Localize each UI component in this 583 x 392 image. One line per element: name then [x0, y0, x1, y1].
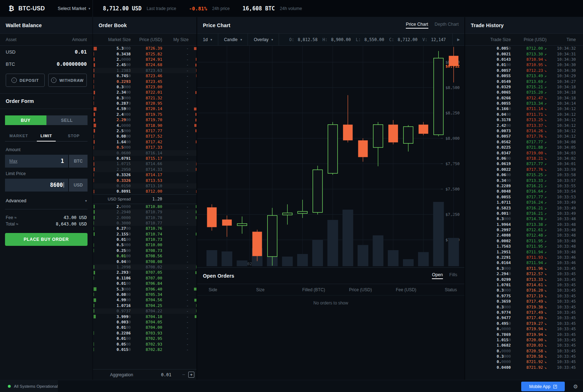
trade-time: 10:33:58	[547, 173, 583, 177]
order-book-bid-row[interactable]: 0.25008708.73-	[93, 248, 196, 253]
amount-column-header: Amount	[72, 37, 87, 42]
trade-price: 8713.30↗	[511, 52, 547, 56]
max-link[interactable]: Max	[9, 159, 18, 164]
order-book-bid-row[interactable]: 0.97378704.22-	[93, 308, 196, 314]
order-book-ask-row[interactable]: 2.00008724.91-	[93, 57, 196, 62]
order-book-bid-row[interactable]: 0.01008706.84-	[93, 281, 196, 286]
open-orders-section: Open Orders Open Fills Side Size Filled …	[197, 267, 464, 306]
order-book-ask-row[interactable]: 2.29508714.33-	[93, 167, 196, 172]
order-book-size: 0.0791	[98, 156, 131, 161]
order-book-ask-row[interactable]: 0.34388725.82-	[93, 51, 196, 56]
depth-bar	[94, 210, 95, 214]
order-book-bid-row[interactable]: 2.00008710.80-	[93, 204, 196, 209]
order-book-ask-row[interactable]: 0.50008717.33-	[93, 145, 196, 150]
order-book-my-size: -	[162, 140, 196, 144]
order-book-ask-row[interactable]: 2.29008719.70-	[93, 117, 196, 123]
order-book-bid-row[interactable]: 0.22868703.93-	[93, 331, 196, 336]
order-book-bid-row[interactable]: 1.20988708.02-	[93, 264, 196, 270]
order-book-ask-row[interactable]: 0.01508713.10-	[93, 183, 196, 189]
order-book-ask-row[interactable]: 2.34008722.01-	[93, 90, 196, 95]
order-book-ask-row[interactable]: 0.08008717.52-	[93, 134, 196, 139]
order-book-bid-row[interactable]: 2.29408710.79-	[93, 209, 196, 215]
order-book-ask-row[interactable]: 4.59008720.14-	[93, 106, 196, 111]
order-book-bid-row[interactable]: 0.04008708.08-	[93, 259, 196, 264]
trade-size: 0.9477	[465, 316, 511, 320]
order-book-ask-row[interactable]: 1.07158714.66-	[93, 161, 196, 167]
order-book-bid-row[interactable]: 0.01008704.00-	[93, 325, 196, 330]
candlestick-chart[interactable]: $8,750$8,500$8,250$8,000$7,750$7,500$7,2…	[197, 46, 464, 267]
withdraw-button[interactable]: ↑ WITHDRAW	[48, 74, 87, 87]
order-book-price: 8715.17	[131, 156, 162, 161]
wallet-amount: 0.00000000	[57, 61, 87, 67]
order-book-ask-row[interactable]: 0.33268713.53-	[93, 178, 196, 183]
order-book-ask-row[interactable]: 0.30008723.00-	[93, 84, 196, 90]
order-book-bid-row[interactable]: 0.30008710.77-	[93, 220, 196, 226]
order-book-ask-row[interactable]: 1.64008717.42-	[93, 139, 196, 145]
order-book-ask-row[interactable]: 4.00008718.90-	[93, 123, 196, 128]
order-book-ask-row[interactable]: 0.28708720.95-	[93, 101, 196, 106]
order-book-ask-row[interactable]: 2.40008719.75-	[93, 112, 196, 117]
gear-icon[interactable]: ⚙	[573, 383, 578, 390]
order-book-bid-row[interactable]: 2.15508710.74-	[93, 232, 196, 237]
order-book-ask-row[interactable]: 0.74508723.46-	[93, 73, 196, 79]
order-book-ask-row[interactable]: 0.06008716.14-	[93, 150, 196, 155]
order-book-bid-row[interactable]: 5.30008706.40-	[93, 286, 196, 292]
top-bar: ₿ BTC-USD Select Market ▾ 8,712.00 USD L…	[0, 0, 583, 17]
order-book-bid-row[interactable]: 0.27008710.76-	[93, 226, 196, 231]
order-book-ask-row[interactable]: 0.30008721.32-	[93, 95, 196, 101]
order-book-size: 0.1106	[98, 276, 131, 281]
order-book-bid-row[interactable]: 1.07168704.25-	[93, 303, 196, 308]
order-book-ask-row[interactable]: 5.30008726.39-	[93, 46, 196, 51]
chart-type-dropdown[interactable]: Candle ▾	[218, 34, 248, 45]
tab-open[interactable]: Open	[432, 272, 443, 279]
tab-stop[interactable]: STOP	[60, 131, 88, 141]
trade-time: 10:34:01	[547, 162, 583, 166]
order-book-my-size: -	[162, 167, 196, 172]
order-book-ask-row[interactable]: 0.07918715.17-	[93, 156, 196, 161]
amount-input[interactable]: Max 1	[5, 155, 68, 168]
order-book-ask-row[interactable]: 0.80918712.00-	[93, 189, 196, 194]
order-book-ask-row[interactable]: 2.50008717.77-	[93, 128, 196, 134]
order-book-bid-row[interactable]: 0.01008710.73-	[93, 237, 196, 242]
limit-price-input[interactable]: 8600	[5, 179, 68, 192]
order-book-bid-row[interactable]: 2.29308707.05-	[93, 270, 196, 275]
order-book-bid-row[interactable]: 0.01008708.56-	[93, 253, 196, 259]
order-book-bid-row[interactable]: 0.01008702.95-	[93, 336, 196, 341]
order-book-bid-row[interactable]: 2.00008710.78-	[93, 215, 196, 220]
advanced-toggle[interactable]: Advanced ▾	[5, 193, 88, 209]
order-book-bid-row[interactable]: 3.99908704.18-	[93, 314, 196, 319]
order-book-bid-row[interactable]: 0.08008705.34-	[93, 292, 196, 297]
order-book-bid-row[interactable]: 0.11068707.00-	[93, 276, 196, 281]
order-book-ask-row[interactable]: 0.22938723.45-	[93, 79, 196, 84]
tab-price-chart[interactable]: Price Chart	[406, 22, 428, 29]
interval-dropdown[interactable]: 1d ▾	[197, 34, 218, 45]
tab-depth-chart[interactable]: Depth Chart	[435, 22, 459, 29]
order-book-bid-row[interactable]: 0.00308704.05-	[93, 319, 196, 325]
chart-area: $8,750$8,500$8,250$8,000$7,750$7,500$7,2…	[197, 46, 464, 267]
sell-tab[interactable]: SELL	[46, 115, 88, 125]
deposit-button[interactable]: ↓ DEPOSIT	[6, 74, 45, 87]
order-book-ask-row[interactable]: 2.45008724.68-	[93, 62, 196, 68]
order-book-ask-row[interactable]: 1.23838723.63-	[93, 68, 196, 73]
select-market-dropdown[interactable]: Select Market ▾	[58, 6, 90, 11]
tab-market[interactable]: MARKET	[5, 131, 33, 141]
order-book-bid-row[interactable]: 0.01508702.82-	[93, 347, 196, 352]
order-book-size: 0.0500	[98, 342, 131, 347]
mobile-app-button[interactable]: Mobile App ↗	[521, 382, 565, 391]
order-book-bid-row[interactable]: 0.50008710.00-	[93, 242, 196, 248]
order-book-my-size: -	[162, 303, 196, 308]
overlay-dropdown[interactable]: Overlay ▾	[248, 34, 279, 45]
order-book-bid-row[interactable]: 0.05008702.93-	[93, 341, 196, 347]
play-button[interactable]: ▶	[452, 34, 464, 45]
order-book-my-size: -	[162, 331, 196, 336]
tab-fills[interactable]: Fills	[449, 272, 457, 279]
order-book-bid-row[interactable]: 4.99008704.56-	[93, 297, 196, 303]
aggregation-decrease-button[interactable]: –	[181, 372, 186, 378]
depth-bar	[94, 47, 97, 50]
order-book-ask-row[interactable]: 0.33268714.17-	[93, 172, 196, 178]
trade-history-row: 0.36598717.49↘10:33:45	[465, 299, 583, 304]
place-buy-order-button[interactable]: PLACE BUY ORDER	[5, 233, 88, 246]
buy-tab[interactable]: BUY	[5, 115, 46, 125]
aggregation-increase-button[interactable]: +	[188, 372, 194, 378]
tab-limit[interactable]: LIMIT	[33, 131, 60, 141]
